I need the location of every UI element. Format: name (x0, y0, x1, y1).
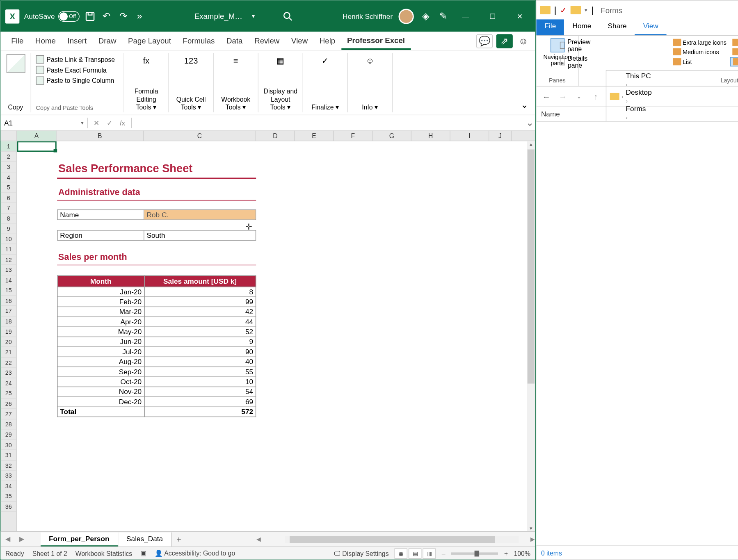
row-header-17[interactable]: 17 (0, 306, 16, 316)
explorer-tab-share[interactable]: Share (599, 19, 635, 35)
row-header-23[interactable]: 23 (0, 368, 16, 378)
row-header-28[interactable]: 28 (0, 419, 16, 429)
sheet-nav-prev[interactable]: ◀ (0, 535, 14, 543)
tab-view[interactable]: View (286, 33, 314, 49)
column-header-A[interactable]: A (17, 131, 57, 141)
row-header-32[interactable]: 32 (0, 460, 16, 471)
zoom-slider[interactable] (451, 552, 498, 555)
forward-button[interactable]: → (556, 90, 569, 103)
feedback-button[interactable]: ☺ (516, 34, 530, 48)
minimize-button[interactable]: — (455, 8, 476, 24)
column-header-I[interactable]: I (450, 131, 489, 141)
share-button[interactable]: ⇗ (496, 34, 513, 48)
up-button[interactable]: ↑ (589, 90, 603, 103)
details-pane-button[interactable]: Details pane (560, 55, 592, 68)
more-icon[interactable]: » (134, 10, 146, 22)
row-header-21[interactable]: 21 (0, 347, 16, 357)
layout-option[interactable]: Small icons (730, 48, 738, 56)
name-box[interactable]: A1 ▾ (0, 117, 87, 128)
cells-area[interactable]: Sales Performance Sheet Administrative d… (17, 141, 535, 531)
tab-data[interactable]: Data (221, 33, 249, 49)
tab-formulas[interactable]: Formulas (177, 33, 220, 49)
row-header-22[interactable]: 22 (0, 357, 16, 368)
hscroll-left[interactable]: ◀ (256, 536, 261, 542)
row-header-6[interactable]: 6 (0, 193, 16, 203)
toggle-switch[interactable]: Off (58, 11, 80, 22)
zoom-out-button[interactable]: – (442, 550, 446, 557)
tab-file[interactable]: File (5, 33, 30, 49)
explorer-tab-view[interactable]: View (635, 19, 667, 35)
redo-icon[interactable]: ↷ (117, 10, 129, 22)
row-header-35[interactable]: 35 (0, 491, 16, 501)
ribbon-tool[interactable]: ✓Finalize ▾ (303, 53, 348, 112)
fx-icon[interactable]: fx (117, 117, 128, 128)
explorer-tab-file[interactable]: File (536, 19, 564, 35)
row-header-33[interactable]: 33 (0, 471, 16, 481)
layout-option[interactable]: Extra large icons (670, 38, 729, 46)
row-header-5[interactable]: 5 (0, 182, 16, 193)
row-header-7[interactable]: 7 (0, 203, 16, 213)
column-header-J[interactable]: J (489, 131, 512, 141)
paste-option[interactable]: Paste Exact Formula (36, 65, 107, 75)
copy-icon[interactable] (6, 54, 25, 73)
tab-insert[interactable]: Insert (62, 33, 92, 49)
collapse-ribbon-icon[interactable]: ⌄ (513, 96, 535, 112)
row-header-20[interactable]: 20 (0, 337, 16, 347)
column-header-B[interactable]: B (57, 131, 144, 141)
page-layout-button[interactable]: ▤ (409, 548, 422, 559)
breadcrumb-segment[interactable]: Desktop (626, 88, 652, 96)
row-header-1[interactable]: 1 (0, 141, 16, 151)
explorer-file-list[interactable] (536, 122, 738, 545)
zoom-level[interactable]: 100% (514, 550, 530, 557)
breadcrumb-segment[interactable]: This PC (626, 71, 652, 80)
accept-formula-icon[interactable]: ✓ (104, 117, 115, 128)
sheet-nav-next[interactable]: ▶ (15, 535, 29, 543)
copy-button[interactable]: Copy (8, 103, 23, 111)
record-macro-icon[interactable]: ▣ (140, 549, 146, 557)
ribbon-tool[interactable]: 123Quick Cell Tools ▾ (169, 53, 214, 112)
add-sheet-button[interactable]: + (172, 535, 186, 544)
ribbon-tool[interactable]: ▦Display and Layout Tools ▾ (258, 53, 303, 112)
status-workbook-stats[interactable]: Workbook Statistics (75, 550, 132, 557)
tab-page-layout[interactable]: Page Layout (122, 33, 177, 49)
row-header-30[interactable]: 30 (0, 440, 16, 450)
select-all-corner[interactable] (0, 131, 17, 141)
hscroll-right[interactable]: ▶ (530, 536, 535, 542)
expand-formula-icon[interactable]: ⌄ (525, 117, 535, 128)
scrollbar-thumb[interactable] (528, 149, 535, 383)
paste-option[interactable]: Paste Link & Transpose (36, 54, 115, 65)
document-title[interactable]: Example_M… (194, 12, 242, 21)
row-header-3[interactable]: 3 (0, 162, 16, 172)
row-header-11[interactable]: 11 (0, 244, 16, 255)
autosave-toggle[interactable]: AutoSave Off (24, 11, 80, 22)
tab-help[interactable]: Help (313, 33, 341, 49)
tab-home[interactable]: Home (30, 33, 62, 49)
tab-draw[interactable]: Draw (93, 33, 122, 49)
pen-sparkle-icon[interactable]: ✎ (437, 10, 449, 22)
column-header-E[interactable]: E (295, 131, 334, 141)
column-header-G[interactable]: G (372, 131, 411, 141)
status-accessibility[interactable]: 👤 Accessibility: Good to go (155, 549, 235, 557)
scrollbar-thumb[interactable] (290, 536, 496, 543)
chevron-right-icon[interactable]: › (626, 82, 628, 87)
ribbon-tool[interactable]: ≡Workbook Tools ▾ (214, 53, 258, 112)
column-header-H[interactable]: H (411, 131, 450, 141)
row-header-24[interactable]: 24 (0, 378, 16, 388)
display-settings-button[interactable]: 🖵 Display Settings (334, 550, 388, 557)
tab-professor-excel[interactable]: Professor Excel (341, 32, 411, 50)
paste-option[interactable]: Paste to Single Column (36, 75, 114, 86)
ribbon-tool[interactable]: fxFormula Editing Tools ▾ (124, 53, 169, 112)
tab-review[interactable]: Review (249, 33, 286, 49)
search-icon[interactable] (282, 10, 294, 22)
column-header-D[interactable]: D (256, 131, 295, 141)
row-header-18[interactable]: 18 (0, 316, 16, 326)
diamond-icon[interactable]: ◈ (420, 10, 432, 22)
user-name[interactable]: Henrik Schiffner (343, 12, 393, 20)
close-button[interactable]: ✕ (509, 8, 530, 24)
save-icon[interactable] (84, 10, 96, 22)
undo-icon[interactable]: ↶ (101, 10, 112, 22)
row-header-15[interactable]: 15 (0, 285, 16, 296)
column-header-C[interactable]: C (144, 131, 256, 141)
row-header-13[interactable]: 13 (0, 265, 16, 275)
column-name[interactable]: Name ⌃ (536, 107, 738, 121)
